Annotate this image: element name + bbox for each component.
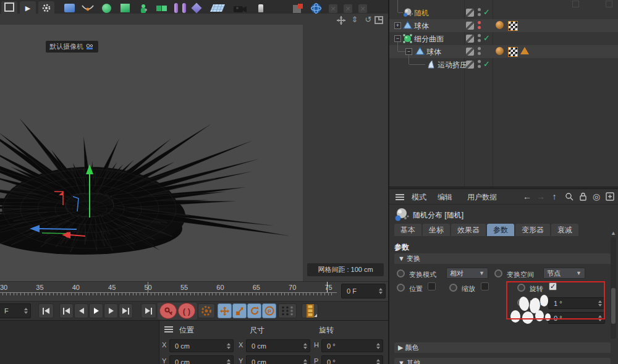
spinner[interactable] <box>376 343 380 349</box>
autokey-button[interactable]: ( ) <box>178 303 195 319</box>
subdivision-sphere-icon[interactable] <box>98 1 115 14</box>
enable-dot-top[interactable] <box>478 47 481 50</box>
record-point-level-button[interactable] <box>278 303 297 318</box>
enable-dot-bottom[interactable] <box>478 26 481 29</box>
camera-icon[interactable] <box>231 1 250 14</box>
current-frame-marker[interactable] <box>327 282 328 292</box>
goto-start-button[interactable] <box>38 303 54 318</box>
frame-field[interactable]: 0 F <box>341 284 386 298</box>
enable-dot-top[interactable] <box>478 8 481 11</box>
visibility-toggle-icon[interactable] <box>466 9 474 17</box>
record-parameter-button[interactable]: P <box>262 303 276 318</box>
expand-toggle[interactable]: + <box>394 22 401 29</box>
spinner[interactable] <box>227 359 231 364</box>
coord-input-旋转-P[interactable]: 0 ° <box>321 355 383 364</box>
expand-toggle[interactable]: − <box>394 35 401 42</box>
cube-green-icon[interactable] <box>116 1 133 14</box>
prev-key-button[interactable] <box>59 303 74 318</box>
lock-icon[interactable] <box>577 191 588 202</box>
record-scale-button[interactable] <box>232 303 247 318</box>
scrollbar[interactable] <box>611 237 616 339</box>
enable-dot-bottom[interactable] <box>478 52 481 55</box>
spinner[interactable] <box>227 343 231 349</box>
capsule-a-icon[interactable] <box>172 1 180 14</box>
spinner[interactable] <box>303 359 307 364</box>
disabled-a-icon[interactable]: ✕ <box>326 1 340 14</box>
material-sphere-icon[interactable] <box>496 47 504 55</box>
coord-input-尺寸-Y[interactable]: 0 cm <box>246 355 310 364</box>
enabled-check-icon[interactable]: ✓ <box>483 7 490 17</box>
attr-menu-icon[interactable] <box>396 194 404 200</box>
tab-效果器[interactable]: 效果器 <box>451 224 486 236</box>
range-marker[interactable] <box>148 282 148 292</box>
triangle-tag-icon[interactable] <box>520 47 529 54</box>
gear-tool-icon[interactable] <box>38 1 54 14</box>
tab-基本[interactable]: 基本 <box>394 224 421 236</box>
record-position-button[interactable] <box>218 303 232 318</box>
disabled-b-icon[interactable]: ✕ <box>341 1 355 14</box>
coord-input-位置-X[interactable]: 0 cm <box>169 339 234 352</box>
light-icon[interactable] <box>256 1 266 14</box>
other-section-bar[interactable]: ▼ 其他 <box>394 358 611 364</box>
anim-dot-position[interactable] <box>397 284 405 292</box>
anim-dot-space[interactable] <box>494 269 502 277</box>
enabled-check-icon[interactable]: ✓ <box>483 59 490 69</box>
checker-tag-icon[interactable] <box>508 21 518 31</box>
anim-dot-mode[interactable] <box>397 269 405 277</box>
mode-dropdown[interactable]: 相对▼ <box>446 268 488 279</box>
tab-变形器[interactable]: 变形器 <box>515 224 550 236</box>
enabled-check-icon[interactable]: ✓ <box>483 33 490 43</box>
enable-dot-top[interactable] <box>478 60 481 63</box>
scroll-up-icon[interactable]: ▲ <box>611 230 616 235</box>
plane-grid-icon[interactable] <box>208 1 227 14</box>
network-globe-icon[interactable] <box>308 1 324 14</box>
record-rotation-button[interactable] <box>247 303 261 318</box>
spinner[interactable] <box>24 308 28 314</box>
box-tool-icon[interactable] <box>1 1 17 14</box>
material-icon[interactable] <box>290 1 305 14</box>
enable-dot-bottom[interactable] <box>478 65 481 68</box>
next-frame-button[interactable] <box>104 303 118 318</box>
timeline-mode-button[interactable] <box>302 303 318 318</box>
visibility-toggle-icon[interactable] <box>466 61 474 69</box>
material-sphere-icon[interactable] <box>496 21 504 29</box>
spinner[interactable] <box>303 343 307 349</box>
array-green-icon[interactable] <box>153 1 171 14</box>
attr-menu-mode[interactable]: 模式 <box>412 192 426 203</box>
cube-primitive-icon[interactable] <box>61 1 78 14</box>
up-arrow-icon[interactable]: ↑ <box>549 191 560 202</box>
color-section-bar[interactable]: ▶ 颜色 <box>394 342 611 353</box>
forward-arrow-icon[interactable]: → <box>535 191 546 202</box>
tab-衰减[interactable]: 衰减 <box>551 224 578 236</box>
transport-frame-field[interactable]: F <box>0 303 31 318</box>
transform-group-bar[interactable]: ▼ 变换 <box>394 253 611 264</box>
target-icon[interactable]: ◎ <box>591 191 602 202</box>
checker-tag-icon[interactable] <box>508 47 518 57</box>
enable-dot-bottom[interactable] <box>478 39 481 42</box>
new-panel-icon[interactable] <box>604 191 616 202</box>
visibility-toggle-icon[interactable] <box>466 22 474 30</box>
expand-toggle[interactable]: − <box>405 48 412 55</box>
tab-参数[interactable]: 参数 <box>487 224 514 236</box>
crystal-icon[interactable] <box>189 1 204 14</box>
figure-green-icon[interactable] <box>135 1 152 14</box>
dolly-view-icon[interactable]: ⇕ <box>350 15 360 24</box>
enable-dot-bottom[interactable] <box>478 13 481 16</box>
anim-dot-scale[interactable] <box>449 284 457 292</box>
coord-input-尺寸-X[interactable]: 0 cm <box>246 339 310 352</box>
play-tool-icon[interactable]: ▶ <box>20 1 36 14</box>
camera-label[interactable]: 默认摄像机 <box>46 41 98 53</box>
spinner[interactable] <box>379 288 383 294</box>
object-row[interactable]: +球体 <box>389 19 618 32</box>
scale-checkbox[interactable] <box>481 282 489 290</box>
next-key-button[interactable] <box>119 303 133 318</box>
object-row[interactable]: 随机✓ <box>389 6 618 19</box>
rotate-view-icon[interactable]: ↺ <box>363 15 373 24</box>
keyframe-options-button[interactable] <box>198 303 215 318</box>
object-row[interactable]: −细分曲面✓ <box>389 32 618 45</box>
viewport[interactable]: 默认摄像机 网格间距 : 100 cm ⇕↺ <box>0 14 388 281</box>
coord-input-旋转-H[interactable]: 0 ° <box>321 339 383 352</box>
attr-menu-userdata[interactable]: 用户数据 <box>467 192 497 203</box>
pan-view-icon[interactable] <box>336 15 346 24</box>
visibility-toggle-icon[interactable] <box>466 48 474 56</box>
